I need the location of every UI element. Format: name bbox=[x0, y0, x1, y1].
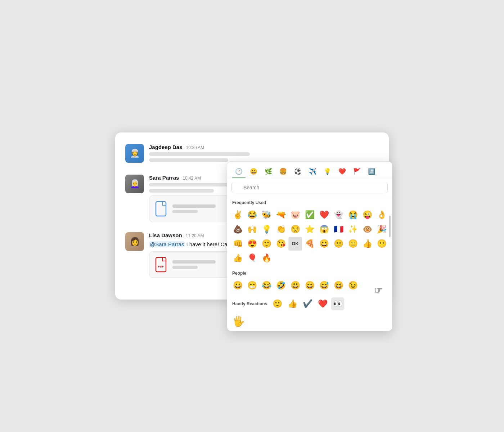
emoji-cell[interactable]: 😅 bbox=[317, 279, 331, 292]
section-label-frequently-used: Frequently Used bbox=[227, 197, 392, 207]
emoji-cell[interactable]: 👍 bbox=[360, 237, 374, 251]
handy-extra-emoji[interactable]: 🖐️ bbox=[227, 314, 392, 331]
emoji-tab-symbols[interactable]: ❤️ bbox=[336, 166, 349, 178]
emoji-cell[interactable]: 😉 bbox=[346, 279, 360, 292]
emoji-search-input[interactable] bbox=[231, 182, 388, 193]
emoji-cell[interactable]: 💩 bbox=[231, 222, 244, 236]
emoji-cell[interactable]: 😄 bbox=[303, 279, 316, 292]
emoji-search-bar: 🔍 bbox=[227, 178, 392, 197]
text-line bbox=[149, 189, 214, 193]
reaction-emoji-thumbsup[interactable]: 👍 bbox=[286, 297, 299, 310]
emoji-cell[interactable]: 😭 bbox=[346, 208, 360, 222]
file-line bbox=[172, 204, 216, 208]
search-wrapper: 🔍 bbox=[231, 182, 388, 193]
reaction-emoji-check[interactable]: ✔️ bbox=[301, 297, 314, 310]
svg-text:PDF: PDF bbox=[158, 265, 164, 268]
file-icon-pdf: PDF bbox=[155, 257, 168, 273]
handy-reactions-label: Handy Reactions bbox=[232, 301, 267, 306]
emoji-cell[interactable]: 🙌 bbox=[245, 222, 259, 236]
emoji-picker: 🕐 😀 🌿 🍔 ⚽ ✈️ 💡 ❤️ 🚩 #️⃣ 🔍 Frequently Use… bbox=[227, 161, 392, 331]
emoji-cell[interactable]: 😁 bbox=[245, 279, 259, 292]
emoji-tab-objects[interactable]: 💡 bbox=[321, 166, 334, 178]
reaction-emoji-smile[interactable]: 🙂 bbox=[271, 297, 284, 310]
emoji-tab-flags[interactable]: 🚩 bbox=[350, 166, 364, 178]
emoji-cell[interactable]: 👊 bbox=[231, 237, 244, 251]
emoji-cell[interactable]: 😂 bbox=[260, 279, 273, 292]
emoji-grid-people: 😀 😁 😂 🤣 😃 😄 😅 😆 😉 bbox=[227, 277, 392, 295]
emoji-cell[interactable]: 😀 bbox=[231, 279, 244, 292]
emoji-cell[interactable]: OK bbox=[288, 237, 302, 251]
emoji-tab-smileys[interactable]: 😀 bbox=[247, 166, 260, 178]
emoji-cell[interactable]: 😐 bbox=[332, 237, 345, 251]
reaction-emoji-eyes[interactable]: 👀 bbox=[331, 297, 344, 310]
emoji-grid-frequent: ✌️ 😂 🐝 🔫 🐷 ✅ ❤️ 👻 😭 😜 👌 💩 🙌 💡 👏 😒 ⭐ 😱 🇫🇷 bbox=[227, 207, 392, 268]
emoji-cell[interactable]: 😂 bbox=[245, 208, 259, 222]
timestamp-jagdeep: 10:30 AM bbox=[186, 145, 204, 150]
file-icon-document bbox=[155, 201, 168, 217]
emoji-picker-tabs: 🕐 😀 🌿 🍔 ⚽ ✈️ 💡 ❤️ 🚩 #️⃣ bbox=[227, 162, 392, 178]
emoji-cell[interactable]: 🇫🇷 bbox=[332, 222, 345, 236]
emoji-cell[interactable]: 😃 bbox=[288, 279, 302, 292]
emoji-cell[interactable]: 🎈 bbox=[245, 251, 259, 265]
text-line bbox=[149, 158, 228, 162]
emoji-cell[interactable]: 👏 bbox=[274, 222, 288, 236]
emoji-cell[interactable]: 🐷 bbox=[288, 208, 302, 222]
emoji-cell[interactable]: 🔥 bbox=[260, 251, 273, 265]
emoji-cell[interactable]: 💡 bbox=[260, 222, 273, 236]
emoji-cell[interactable]: ❤️ bbox=[317, 208, 331, 222]
emoji-tab-recent[interactable]: 🕐 bbox=[232, 166, 246, 178]
emoji-tab-activities[interactable]: ⚽ bbox=[291, 166, 305, 178]
emoji-tab-slack[interactable]: #️⃣ bbox=[365, 166, 378, 178]
file-line bbox=[172, 260, 216, 264]
emoji-cell[interactable]: 🍕 bbox=[303, 237, 316, 251]
sender-name-jagdeep: Jagdeep Das bbox=[149, 144, 183, 150]
file-lines-pdf bbox=[172, 260, 216, 269]
emoji-cell[interactable]: 🔫 bbox=[274, 208, 288, 222]
emoji-cell[interactable]: ⭐ bbox=[303, 222, 316, 236]
reaction-emoji-heart[interactable]: ❤️ bbox=[316, 297, 329, 310]
emoji-cell[interactable]: 😍 bbox=[245, 237, 259, 251]
mention-sara[interactable]: @Sara Parras bbox=[149, 241, 185, 247]
picker-body: Frequently Used ✌️ 😂 🐝 🔫 🐷 ✅ ❤️ 👻 😭 😜 👌 … bbox=[227, 197, 392, 331]
timestamp-lisa: 11:20 AM bbox=[186, 233, 204, 238]
timestamp-sara: 10:42 AM bbox=[183, 176, 201, 181]
emoji-cell[interactable]: 👌 bbox=[375, 208, 388, 222]
chat-container: 👳 Jagdeep Das 10:30 AM 👩‍🦳 Sara Parras 1… bbox=[115, 132, 389, 300]
message-header-jagdeep: Jagdeep Das 10:30 AM bbox=[149, 144, 379, 150]
emoji-cell[interactable]: 🐵 bbox=[360, 222, 374, 236]
file-lines bbox=[172, 204, 216, 213]
file-line bbox=[172, 210, 198, 213]
file-line bbox=[172, 266, 198, 269]
emoji-cell[interactable]: 😱 bbox=[317, 222, 331, 236]
emoji-cell[interactable]: 👍 bbox=[231, 251, 244, 265]
sender-name-sara: Sara Parras bbox=[149, 175, 179, 181]
emoji-cell[interactable]: 🐝 bbox=[260, 208, 273, 222]
emoji-cell[interactable]: 😆 bbox=[332, 279, 345, 292]
emoji-cell[interactable]: 🎉 bbox=[375, 222, 388, 236]
emoji-cell[interactable]: 😀 bbox=[317, 237, 331, 251]
emoji-cell[interactable]: 😘 bbox=[274, 237, 288, 251]
emoji-cell[interactable]: ✌️ bbox=[231, 208, 244, 222]
handy-reactions-row: Handy Reactions 🙂 👍 ✔️ ❤️ 👀 bbox=[227, 295, 392, 314]
emoji-cell[interactable]: 👻 bbox=[332, 208, 345, 222]
section-label-people: People bbox=[227, 268, 392, 277]
avatar-sara: 👩‍🦳 bbox=[125, 175, 144, 193]
emoji-tab-nature[interactable]: 🌿 bbox=[262, 166, 275, 178]
emoji-cell[interactable]: 😜 bbox=[360, 208, 374, 222]
avatar-lisa: 👩 bbox=[125, 232, 144, 251]
emoji-cell[interactable]: 😑 bbox=[346, 237, 360, 251]
avatar-jagdeep: 👳 bbox=[125, 144, 144, 163]
emoji-cell[interactable]: 🤣 bbox=[274, 279, 288, 292]
emoji-cell[interactable]: 🙂 bbox=[260, 237, 273, 251]
emoji-cell[interactable]: ✨ bbox=[346, 222, 360, 236]
svg-rect-1 bbox=[156, 257, 166, 272]
emoji-tab-food[interactable]: 🍔 bbox=[276, 166, 290, 178]
text-line bbox=[149, 152, 250, 156]
emoji-tab-travel[interactable]: ✈️ bbox=[306, 166, 319, 178]
scrollbar[interactable] bbox=[389, 216, 391, 237]
svg-rect-0 bbox=[156, 202, 166, 216]
emoji-cell[interactable]: 😒 bbox=[288, 222, 302, 236]
emoji-cell[interactable]: ✅ bbox=[303, 208, 316, 222]
emoji-cell[interactable]: 😶 bbox=[375, 237, 388, 251]
sender-name-lisa: Lisa Dawson bbox=[149, 232, 182, 238]
